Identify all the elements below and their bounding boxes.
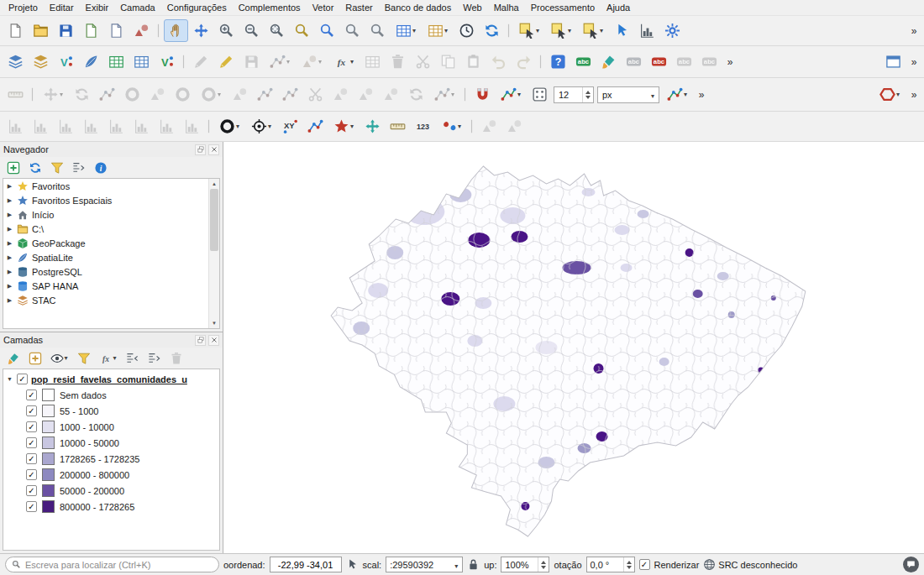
- annotation-tool-button[interactable]: [436, 115, 467, 138]
- crs-status-button[interactable]: SRC desconhecido: [703, 558, 797, 571]
- toolbar-overflow-button[interactable]: »: [906, 50, 921, 73]
- zoom-in-button[interactable]: [214, 19, 239, 42]
- scale-combobox[interactable]: :29590392: [386, 557, 463, 572]
- decrease-brightness-button[interactable]: [129, 115, 154, 138]
- extents-toggle-icon[interactable]: [346, 558, 359, 571]
- menu-vetor[interactable]: Vetor: [307, 1, 340, 14]
- increase-brightness-button[interactable]: [104, 115, 129, 138]
- draw-line-nodes-button[interactable]: [303, 115, 328, 138]
- open-project-button[interactable]: [29, 19, 53, 42]
- zoom-out-button[interactable]: [239, 19, 264, 42]
- expand-arrow-icon[interactable]: ▶: [6, 197, 13, 204]
- redo-button[interactable]: [512, 50, 536, 73]
- menu-configuracoes[interactable]: Configurações: [161, 1, 233, 14]
- rotate-feature-button[interactable]: [70, 83, 94, 106]
- simplify-feature-button[interactable]: [95, 83, 119, 106]
- local-histogram-stretch-button[interactable]: [3, 115, 28, 138]
- zoom-full-button[interactable]: [265, 19, 289, 42]
- coordinate-capture-button[interactable]: [411, 115, 435, 138]
- browser-properties-button[interactable]: [90, 158, 111, 177]
- locator-search[interactable]: [5, 557, 219, 572]
- draw-star-button[interactable]: [328, 115, 360, 138]
- layer-checkbox[interactable]: ✓: [17, 374, 28, 384]
- menu-malha[interactable]: Malha: [488, 1, 525, 14]
- open-layer-styling-button[interactable]: [3, 348, 24, 368]
- full-histogram-stretch-button[interactable]: [29, 115, 53, 138]
- spinner-arrows-icon[interactable]: [623, 557, 634, 572]
- new-vector-layer-button[interactable]: [54, 50, 78, 73]
- pan-to-selection-button[interactable]: [189, 19, 213, 42]
- tracing-toggle-button[interactable]: [662, 83, 693, 106]
- rotate-point-symbols-button[interactable]: [404, 83, 428, 106]
- legend-class-row[interactable]: ✓ 10000 - 50000: [3, 435, 219, 451]
- legend-class-row[interactable]: ✓ 55 - 1000: [3, 403, 219, 419]
- layout-manager-button[interactable]: [104, 19, 129, 42]
- attribute-table-button[interactable]: [360, 50, 385, 73]
- browser-item-favoritos[interactable]: ▶ Favoritos: [3, 179, 219, 193]
- pin-labels-button[interactable]: [622, 50, 646, 73]
- browser-item-favoritos-espaciais[interactable]: ▶ Favoritos Espaciais: [3, 193, 219, 207]
- scale-lock-icon[interactable]: [467, 558, 480, 571]
- temporal-controller-button[interactable]: [454, 19, 479, 42]
- new-map-view-button[interactable]: [391, 19, 422, 42]
- remove-layer-button[interactable]: [165, 348, 186, 368]
- identify-features-button[interactable]: [610, 19, 634, 42]
- fill-ring-button[interactable]: [171, 83, 195, 106]
- messages-button[interactable]: [903, 557, 919, 572]
- legend-checkbox[interactable]: ✓: [26, 405, 37, 416]
- move-features-button[interactable]: [38, 83, 69, 106]
- expand-arrow-icon[interactable]: ▶: [6, 254, 13, 261]
- shape-digitizing-button[interactable]: [874, 83, 906, 106]
- collapse-all-layers-button[interactable]: [144, 348, 165, 368]
- statistical-summary-button[interactable]: [635, 19, 659, 42]
- move-feature-button[interactable]: [297, 50, 328, 73]
- reshape-features-button[interactable]: [253, 83, 277, 106]
- select-by-expression-button[interactable]: [546, 19, 577, 42]
- collapse-all-button[interactable]: [68, 158, 89, 177]
- elastic-band-button[interactable]: [360, 115, 385, 138]
- split-features-button[interactable]: [303, 83, 328, 106]
- browser-item-geopackage[interactable]: ▶ GeoPackage: [3, 236, 219, 250]
- scroll-down-icon[interactable]: ▼: [209, 318, 219, 328]
- toggle-editing-button[interactable]: [214, 50, 239, 73]
- toolbar-overflow-button[interactable]: »: [694, 83, 709, 106]
- measure-profile-button[interactable]: [386, 115, 410, 138]
- collapse-arrow-icon[interactable]: ▼: [6, 376, 13, 382]
- legend-color-swatch[interactable]: [42, 500, 55, 513]
- merge-attributes-button[interactable]: [379, 83, 403, 106]
- new-project-button[interactable]: [3, 19, 28, 42]
- add-part-button[interactable]: [145, 83, 170, 106]
- snapping-type-button[interactable]: [496, 83, 527, 106]
- menu-banco-de-dados[interactable]: Banco de dados: [379, 1, 458, 14]
- menu-exibir[interactable]: Exibir: [80, 1, 115, 14]
- render-checkbox[interactable]: ✓: [639, 559, 650, 570]
- legend-checkbox[interactable]: ✓: [26, 421, 37, 432]
- deselect-features-button[interactable]: [578, 19, 609, 42]
- save-project-button[interactable]: [54, 19, 78, 42]
- legend-class-row[interactable]: ✓ Sem dados: [3, 387, 219, 403]
- menu-ajuda[interactable]: Ajuda: [601, 1, 636, 14]
- legend-color-swatch[interactable]: [42, 436, 55, 449]
- copy-features-button[interactable]: [436, 50, 460, 73]
- select-features-button[interactable]: [514, 19, 545, 42]
- expand-all-button[interactable]: [122, 348, 143, 368]
- move-by-xy-button[interactable]: [278, 115, 302, 138]
- delete-ring-button[interactable]: [196, 83, 227, 106]
- expand-arrow-icon[interactable]: ▶: [6, 226, 13, 233]
- snapping-tolerance-spinbox[interactable]: 12: [554, 86, 594, 103]
- legend-checkbox[interactable]: ✓: [26, 501, 37, 512]
- add-feature-button[interactable]: [265, 50, 296, 73]
- menu-processamento[interactable]: Processamento: [525, 1, 601, 14]
- scrollbar-thumb[interactable]: [210, 189, 218, 251]
- chevron-down-icon[interactable]: [647, 90, 659, 100]
- coordinate-input[interactable]: [270, 557, 342, 572]
- cut-features-button[interactable]: [411, 50, 435, 73]
- browser-item-sap-hana[interactable]: ▶ SAP HANA: [3, 279, 219, 293]
- legend-color-swatch[interactable]: [42, 484, 55, 497]
- toolbar-overflow-button[interactable]: »: [906, 19, 921, 42]
- paste-features-button[interactable]: [461, 50, 486, 73]
- rotate-label-button[interactable]: [672, 50, 696, 73]
- add-vector-layer-button[interactable]: [29, 50, 53, 73]
- panels-toolbar-button[interactable]: [881, 50, 906, 73]
- menu-complementos[interactable]: Complementos: [233, 1, 307, 14]
